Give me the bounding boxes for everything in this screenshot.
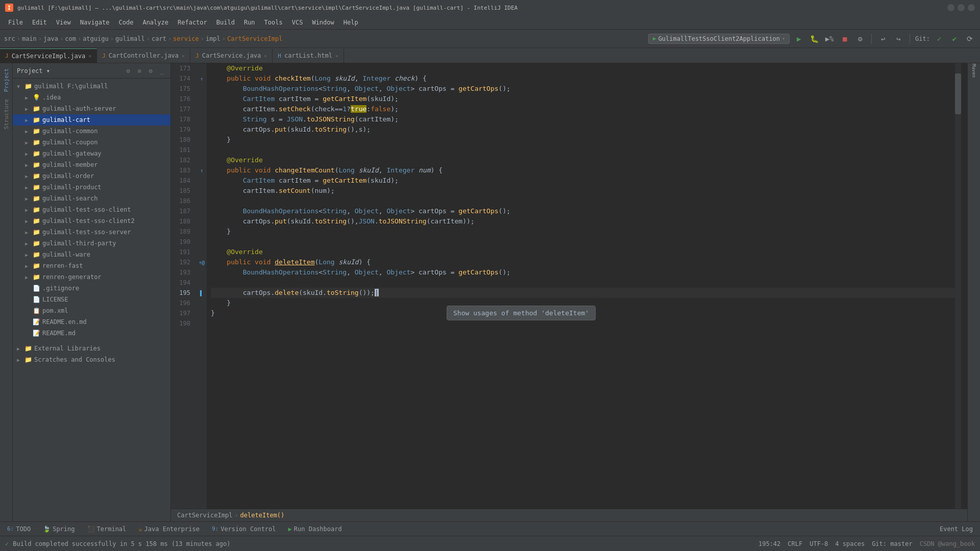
- maximize-button[interactable]: □: [958, 4, 965, 11]
- tree-item-sso-client[interactable]: ▶ 📁 gulimall-test-sso-client: [13, 204, 170, 215]
- vc-num-badge: 9:: [212, 525, 218, 532]
- tab-cartserviceimpl[interactable]: J CartServiceImpl.java ✕: [0, 48, 97, 63]
- tree-item-gateway[interactable]: ▶ 📁 gulimall-gateway: [13, 148, 170, 159]
- tab-close[interactable]: ✕: [88, 53, 91, 59]
- tab-run-dashboard[interactable]: ▶ Run Dashboard: [285, 524, 345, 534]
- run-with-coverage-button[interactable]: ▶%: [823, 33, 836, 45]
- tab-close2[interactable]: ✕: [182, 53, 185, 59]
- tree-item-gitignore[interactable]: ▶ 📄 .gitignore: [13, 283, 170, 294]
- code-editor[interactable]: @Override public void checkItem(Long sku…: [207, 63, 955, 509]
- menu-help[interactable]: Help: [339, 17, 362, 28]
- menu-edit[interactable]: Edit: [28, 17, 51, 28]
- project-vtab[interactable]: Project: [2, 65, 11, 95]
- tree-item-sso-client2[interactable]: ▶ 📁 gulimall-test-sso-client2: [13, 215, 170, 227]
- maven-vtab[interactable]: Maven: [968, 65, 979, 77]
- tree-item-readme[interactable]: ▶ 📝 README.md: [13, 328, 170, 339]
- bottom-bc-method[interactable]: deleteItem(): [240, 512, 285, 519]
- tab-spring[interactable]: 🍃 Spring: [40, 524, 78, 534]
- tree-item-coupon[interactable]: ▶ 📁 gulimall-coupon: [13, 137, 170, 148]
- editor-scrollbar[interactable]: [955, 63, 961, 509]
- tree-item-member[interactable]: ▶ 📁 gulimall-member: [13, 159, 170, 170]
- bc-service[interactable]: service: [173, 35, 199, 42]
- tree-item-scratches[interactable]: ▶ 📁 Scratches and Consoles: [13, 354, 170, 365]
- debug-button[interactable]: 🐛: [808, 33, 820, 45]
- menu-window[interactable]: Window: [308, 17, 338, 28]
- redo-button[interactable]: ↪: [892, 33, 904, 45]
- stop-button[interactable]: ■: [839, 33, 851, 45]
- bc-atguigu[interactable]: atguigu: [83, 35, 109, 42]
- tab-terminal[interactable]: ⬛ Terminal: [84, 524, 130, 534]
- git-update[interactable]: ⟳: [964, 33, 976, 45]
- build-button[interactable]: ⚙: [854, 33, 866, 45]
- close-button[interactable]: ✕: [968, 4, 975, 11]
- bottom-bc-class[interactable]: CartServiceImpl: [177, 512, 232, 519]
- tree-item-third[interactable]: ▶ 📁 gulimall-third-party: [13, 238, 170, 249]
- menu-navigate[interactable]: Navigate: [76, 17, 114, 28]
- tree-item-renren[interactable]: ▶ 📁 renren-fast: [13, 260, 170, 271]
- tree-item-search[interactable]: ▶ 📁 gulimall-search: [13, 193, 170, 204]
- indent[interactable]: 4 spaces: [835, 540, 865, 547]
- structure-vtab[interactable]: Structure: [2, 96, 11, 133]
- tree-item-ware[interactable]: ▶ 📁 gulimall-ware: [13, 249, 170, 260]
- settings-button[interactable]: ⚙: [146, 66, 155, 76]
- tree-item-gulimall[interactable]: ▼ 📁 gulimall F:\gulimall: [13, 81, 170, 92]
- menu-build[interactable]: Build: [212, 17, 239, 28]
- menu-refactor[interactable]: Refactor: [174, 17, 211, 28]
- menu-view[interactable]: View: [52, 17, 75, 28]
- menu-run[interactable]: Run: [240, 17, 259, 28]
- tab-close4[interactable]: ✕: [335, 53, 338, 59]
- tab-java-enterprise[interactable]: ☕ Java Enterprise: [135, 524, 203, 534]
- tree-item-cart[interactable]: ▶ 📁 gulimall-cart: [13, 114, 170, 126]
- project-tree: ▼ 📁 gulimall F:\gulimall ▶ 💡 .idea ▶ 📁 g…: [13, 79, 170, 521]
- menu-analyze[interactable]: Analyze: [138, 17, 173, 28]
- bc-classname[interactable]: CartServiceImpl: [227, 35, 282, 42]
- tree-item-auth[interactable]: ▶ 📁 gulimall-auth-server: [13, 103, 170, 114]
- run-config-selector[interactable]: ▶ GulimallTestSsoClient2Application ▾: [648, 34, 790, 44]
- tab-todo[interactable]: 6: TODO: [4, 524, 34, 534]
- tree-item-product[interactable]: ▶ 📁 gulimall-product: [13, 182, 170, 193]
- tree-item-ext-libs[interactable]: ▶ 📁 External Libraries: [13, 343, 170, 354]
- gutter-174[interactable]: ↑: [197, 73, 207, 84]
- run-button[interactable]: ▶: [793, 33, 805, 45]
- menu-file[interactable]: File: [4, 17, 27, 28]
- tab-cartlist[interactable]: H cartList.html ✕: [273, 48, 344, 63]
- gutter-183[interactable]: ↑: [197, 165, 207, 176]
- bc-cart[interactable]: cart: [152, 35, 166, 42]
- tree-item-common[interactable]: ▶ 📁 gulimall-common: [13, 126, 170, 137]
- menu-vcs[interactable]: VCS: [288, 17, 307, 28]
- minimize-button[interactable]: ─: [947, 4, 954, 11]
- line-ending[interactable]: CRLF: [788, 540, 802, 547]
- git-checkmark[interactable]: ✓: [933, 33, 945, 45]
- bc-java[interactable]: java: [43, 35, 58, 42]
- tab-close3[interactable]: ✕: [264, 53, 267, 59]
- minimize-sidebar-button[interactable]: _: [157, 66, 166, 76]
- tree-item-license[interactable]: ▶ 📄 LICENSE: [13, 294, 170, 305]
- menu-tools[interactable]: Tools: [260, 17, 287, 28]
- git-check2[interactable]: ✔: [948, 33, 961, 45]
- tree-item-readme-en[interactable]: ▶ 📝 README.en.md: [13, 316, 170, 328]
- tooltip-show-usages[interactable]: Show usages of method 'deleteItem': [447, 306, 596, 320]
- tree-item-renren-gen[interactable]: ▶ 📁 renren-generator: [13, 271, 170, 283]
- menu-code[interactable]: Code: [115, 17, 138, 28]
- tree-item-sso-server[interactable]: ▶ 📁 gulimall-test-sso-server: [13, 227, 170, 238]
- tree-item-pom[interactable]: ▶ 📋 pom.xml: [13, 305, 170, 316]
- tab-cartservice[interactable]: J CartService.java ✕: [190, 48, 273, 63]
- collapse-button[interactable]: ≡: [135, 66, 144, 76]
- scrollbar-thumb[interactable]: [955, 73, 961, 114]
- gutter-192[interactable]: ↑@: [197, 257, 207, 267]
- bc-src[interactable]: src: [4, 35, 15, 42]
- tab-event-log[interactable]: Event Log: [937, 524, 976, 534]
- bc-com[interactable]: com: [65, 35, 76, 42]
- tab-cartcontroller[interactable]: J CartController.java ✕: [97, 48, 190, 63]
- tree-item-order[interactable]: ▶ 📁 gulimall-order: [13, 170, 170, 182]
- encoding[interactable]: UTF-8: [810, 540, 828, 547]
- bc-impl[interactable]: impl: [206, 35, 220, 42]
- git-branch[interactable]: Git: master: [872, 540, 912, 547]
- tree-item-idea[interactable]: ▶ 💡 .idea: [13, 92, 170, 103]
- bc-main[interactable]: main: [22, 35, 37, 42]
- sync-button[interactable]: ⚙: [124, 66, 133, 76]
- bc-gulimall[interactable]: gulimall: [115, 35, 145, 42]
- cursor-position[interactable]: 195:42: [758, 540, 780, 547]
- undo-button[interactable]: ↩: [877, 33, 889, 45]
- tab-version-control[interactable]: 9: Version Control: [209, 524, 279, 534]
